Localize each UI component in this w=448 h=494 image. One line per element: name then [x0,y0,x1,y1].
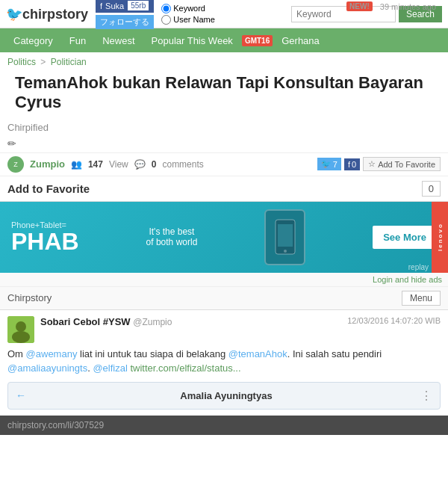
svg-rect-1 [278,224,293,247]
navbar: Category Fun Newest Popular This Week GM… [0,28,448,52]
ad-replay-label[interactable]: replay [408,263,429,271]
article-time-header: NEW! 39 minutes ago [344,1,438,11]
nav-fun[interactable]: Fun [62,31,93,51]
radio-keyword[interactable]: Keyword [161,4,215,13]
comments-count: 0 [152,159,157,170]
radio-username-input[interactable] [161,15,171,25]
views-count: 147 [88,159,103,170]
add-to-favorite-button[interactable]: ☆ Add To Favorite [363,157,441,171]
twitter-count-button[interactable]: 🐦 7 [317,158,341,170]
fav-section-count: 0 [422,181,441,197]
menu-button[interactable]: Menu [402,291,441,306]
reply-card-name: Amalia Ayuningtyas [180,390,272,401]
radio-username[interactable]: User Name [161,15,215,25]
author-username[interactable]: Zumpio [30,158,65,170]
tweet-meta: Sobari Cebol #YSW @Zumpio [40,316,341,327]
ad-phone-image [264,209,305,265]
social-buttons: 🐦 7 f 0 ☆ Add To Favorite [317,157,441,171]
tw-label: フォローする [100,17,149,26]
chirpstory-bar: Chirpstory Menu [0,287,448,310]
tweet-area: Sobari Cebol #YSW @Zumpio 12/03/2016 14:… [0,310,448,416]
login-hide-ads-bar: Login and hide ads [0,273,448,287]
facebook-count: 0 [352,160,356,169]
fb-label: Suka [105,1,124,10]
tweet-link-elfizal[interactable]: twitter.com/elfizal/status... [130,362,240,374]
tweet-mention-temanAhok[interactable]: @temanAhok [228,348,287,359]
tweet-body: Om @awemany liat ini untuk tau siapa di … [7,347,441,376]
tweet-text-2: liat ini untuk tau siapa di belakang [77,348,228,359]
edit-row: ✏ [0,135,448,152]
tweet-mention-elfizal[interactable]: @elfizal [93,362,127,374]
radio-keyword-label: Keyword [173,4,205,13]
facebook-icon-btn: f [348,160,350,169]
ad-see-more-button[interactable]: See More [373,226,437,249]
fav-button-label: Add To Favorite [378,160,435,169]
chirpstory-section-label: Chirpstory [7,292,52,303]
breadcrumb-politician[interactable]: Politician [51,57,87,67]
breadcrumb: Politics > Politician NEW! 39 minutes ag… [0,52,448,69]
ad-mid-line1: It's the best [146,226,198,237]
tweet-header: Sobari Cebol #YSW @Zumpio 12/03/2016 14:… [7,316,441,343]
radio-username-label: User Name [173,15,215,24]
ad-banner: Phone+Tablet= PHAB It's the best of both… [0,202,448,273]
reply-menu-icon[interactable]: ⋮ [420,389,432,403]
fav-section-title: Add to Favorite [7,182,90,195]
svg-point-4 [16,321,26,332]
gmt-badge: GMT16 [242,35,273,46]
ad-left: Phone+Tablet= PHAB [11,220,79,253]
logo-label: chirpstory [22,7,88,22]
logo: 🐦chirpstory [6,6,88,22]
nav-newest[interactable]: Newest [95,31,142,51]
header-social: f Suka 55rb フォローする [96,0,154,29]
comments-label: comments [162,159,203,170]
breadcrumb-politics[interactable]: Politics [7,57,36,67]
svg-point-2 [284,250,287,253]
tweet-mention-amaliaayuningts[interactable]: @amaliaayuningts [7,362,87,374]
new-badge: NEW! [346,1,373,11]
ad-lenovo-brand: lenovo [432,202,448,273]
svg-point-5 [12,331,30,343]
tweet-text-1: Om [7,348,26,359]
twitter-follow-button[interactable]: フォローする [96,15,154,29]
radio-keyword-input[interactable] [161,4,171,13]
tweet-mention-awemany[interactable]: @awemany [26,348,78,359]
chirpified-label: Chirpified [0,120,448,135]
ad-mid-text: It's the best of both world [146,226,198,247]
stats-row: Z Zumpio 👥 147 View 💬 0 comments 🐦 7 f 0… [0,152,448,176]
login-hide-ads-link[interactable]: Login and hide ads [373,275,442,284]
fb-icon: f [100,1,102,10]
tweet-time: 12/03/2016 14:07:20 WIB [347,316,441,325]
fb-count: 55rb [127,0,149,11]
views-icon: 👥 [71,159,82,170]
edit-icon[interactable]: ✏ [7,138,16,149]
twitter-count: 7 [333,160,337,169]
ad-mid-line2: of both world [146,237,198,247]
article-header: TemanAhok bukan Relawan Tapi Konsultan B… [0,69,448,120]
search-radio-group: Keyword User Name [161,4,215,25]
breadcrumb-separator: > [40,57,48,67]
footer-url[interactable]: chirpstory.com/li/307529 [7,420,104,430]
article-title: TemanAhok bukan Relawan Tapi Konsultan B… [7,70,441,116]
twitter-icon: 🐦 [321,159,332,169]
tweet-author-handle: @Zumpio [133,317,172,327]
star-icon: ☆ [368,159,376,169]
tweet-author-name: Sobari Cebol #YSW [40,316,131,327]
tweet-avatar [7,316,34,343]
author-avatar: Z [7,156,24,173]
time-ago: 39 minutes ago [380,2,436,11]
nav-gerhana[interactable]: Gerhana [274,31,327,51]
nav-category[interactable]: Category [6,31,60,51]
fav-section: Add to Favorite 0 [0,176,448,202]
tweet-text-3: . Ini salah satu pendiri [287,348,382,359]
views-label: View [109,159,128,170]
nav-popular-this-week[interactable]: Popular This Week [144,31,240,51]
footer: chirpstory.com/li/307529 [0,416,448,435]
ad-phab-text: PHAB [11,229,79,253]
facebook-count-button[interactable]: f 0 [344,158,360,170]
logo-text: 🐦 [6,7,22,22]
comments-icon: 💬 [134,159,146,170]
facebook-button[interactable]: f Suka 55rb [96,0,154,13]
reply-card: ← Amalia Ayuningtyas ⋮ [7,382,441,410]
reply-back-icon: ← [16,389,26,401]
